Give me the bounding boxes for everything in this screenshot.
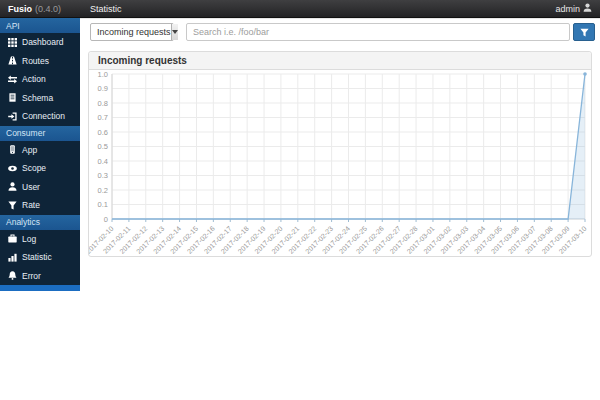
search-input[interactable] [186,23,570,41]
svg-text:0.9: 0.9 [98,84,108,93]
sidebar-item-label: Connection [22,111,65,121]
sidebar-item-log[interactable]: Log [0,230,80,249]
svg-text:0.7: 0.7 [98,113,108,122]
dashboard-grid-icon [7,38,18,47]
sidebar-item-label: Rate [22,200,40,210]
chart-incoming-requests: 00.10.20.30.40.50.60.70.80.91.02017-02-1… [89,70,591,257]
version-label: (0.4.0) [35,4,61,14]
road-icon [7,56,18,65]
sidebar-item-label: Dashboard [22,37,64,47]
metric-select-value: Incoming requests [91,24,171,40]
sidebar-item-label: Statistic [22,252,52,262]
sidebar-section-api: API [0,18,80,33]
main-content: Incoming requests Incoming requests 00.1… [80,18,600,400]
sign-in-icon [7,112,18,121]
sidebar-item-label: Scope [22,163,46,173]
sidebar-item-rate[interactable]: Rate [0,196,80,215]
bell-icon [7,271,18,280]
metric-select[interactable]: Incoming requests [90,23,174,41]
sidebar-item-label: User [22,182,40,192]
svg-text:0.1: 0.1 [98,200,108,209]
sidebar-nav: API Dashboard Routes Action Schema [0,18,80,291]
svg-text:0: 0 [104,215,108,224]
svg-text:0.8: 0.8 [98,99,108,108]
svg-text:0.5: 0.5 [98,142,108,151]
funnel-icon [580,25,589,40]
briefcase-icon [7,234,18,243]
sidebar-item-app[interactable]: App [0,141,80,160]
sidebar-item-routes[interactable]: Routes [0,52,80,71]
sidebar-item-schema[interactable]: Schema [0,89,80,108]
filter-icon [7,201,18,210]
sidebar-item-scope[interactable]: Scope [0,159,80,178]
svg-text:0.4: 0.4 [98,157,108,166]
document-icon [7,93,18,102]
svg-text:0.6: 0.6 [98,128,108,137]
user-icon [583,3,592,14]
user-icon [7,182,18,191]
user-menu[interactable]: admin [555,3,592,14]
svg-text:0.3: 0.3 [98,171,108,180]
top-navbar: Fusio (0.4.0) Statistic admin [0,0,600,18]
sidebar-item-dashboard[interactable]: Dashboard [0,33,80,52]
sidebar-item-statistic[interactable]: Statistic [0,248,80,267]
sidebar-footer-accent [0,285,80,291]
sidebar-item-label: Routes [22,56,49,66]
sidebar-section-analytics: Analytics [0,215,80,230]
chart-panel-title: Incoming requests [89,52,591,70]
sidebar-item-label: Error [22,271,41,281]
sidebar-item-action[interactable]: Action [0,70,80,89]
sidebar-item-label: Schema [22,93,53,103]
user-name-label: admin [555,4,580,14]
svg-text:1.0: 1.0 [98,70,108,79]
page-title: Statistic [90,4,122,14]
sidebar-item-label: App [22,145,37,155]
sidebar-item-label: Log [22,234,36,244]
mobile-icon [7,145,18,154]
filter-button[interactable] [573,23,595,41]
sidebar-item-connection[interactable]: Connection [0,107,80,126]
sidebar-item-error[interactable]: Error [0,267,80,286]
sidebar-item-user[interactable]: User [0,178,80,197]
chevron-down-icon[interactable] [171,24,178,40]
svg-text:0.2: 0.2 [98,186,108,195]
chart-panel: Incoming requests 00.10.20.30.40.50.60.7… [88,51,592,257]
eye-icon [7,164,18,173]
brand-logo[interactable]: Fusio [8,4,32,14]
area-chart: 00.10.20.30.40.50.60.70.80.91.02017-02-1… [89,70,591,257]
exchange-icon [7,75,18,84]
app-window: Fusio (0.4.0) Statistic admin API Dashbo… [0,0,600,400]
bar-chart-icon [7,253,18,262]
sidebar-section-consumer: Consumer [0,126,80,141]
sidebar-item-label: Action [22,74,46,84]
